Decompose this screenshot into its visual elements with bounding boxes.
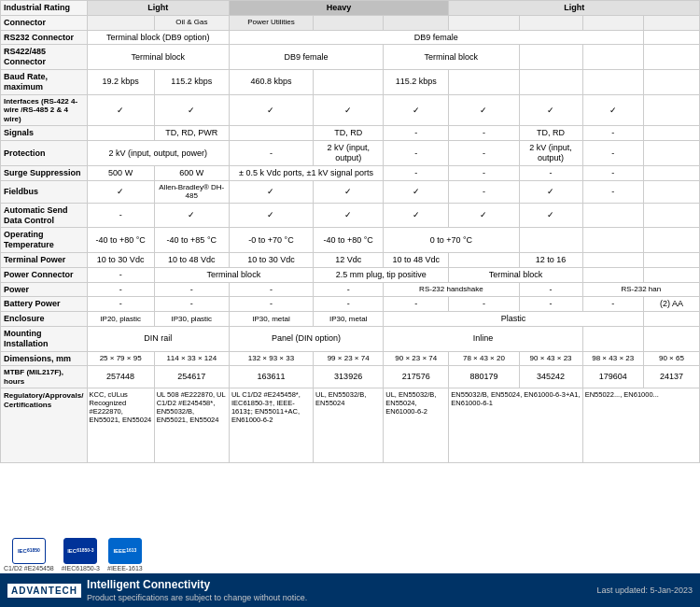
footer-left: Intelligent Connectivity Product specifi… bbox=[87, 578, 307, 602]
cell: - bbox=[87, 203, 154, 228]
cell: 12 Vdc bbox=[314, 252, 384, 267]
cell: 10 to 48 Vdc bbox=[154, 252, 229, 267]
cell: - bbox=[449, 141, 519, 166]
cell: UL, EN55032/B, EN55024 bbox=[314, 388, 384, 463]
cell bbox=[582, 228, 643, 253]
cell: - bbox=[449, 180, 519, 203]
col-standard bbox=[87, 15, 154, 30]
col-l4 bbox=[643, 15, 699, 30]
cell: 132 × 93 × 33 bbox=[229, 351, 313, 366]
cell: -40 to +80 °C bbox=[314, 228, 384, 253]
cell: -40 to +80 °C bbox=[87, 228, 154, 253]
cell: 500 W bbox=[87, 165, 154, 180]
cell: - bbox=[449, 165, 519, 180]
cell: EN55032/B, EN55024, EN61000-6-3+A1, EN61… bbox=[449, 388, 582, 463]
cell: - bbox=[519, 297, 582, 312]
cell bbox=[643, 267, 699, 282]
table-row: RS232 Connector Terminal block (DB9 opti… bbox=[1, 30, 700, 45]
cert-label-2: #IEC61850-3 bbox=[62, 565, 100, 572]
cell: 114 × 33 × 124 bbox=[154, 351, 229, 366]
row-label: MTBF (MIL217F), hours bbox=[1, 366, 88, 388]
cell: 2 kV (input, output) bbox=[314, 141, 384, 166]
table-row: Enclosure IP20, plastic IP30, plastic IP… bbox=[1, 312, 700, 327]
table-row: RS422/485 Connector Terminal block DB9 f… bbox=[1, 45, 700, 70]
cell bbox=[643, 141, 699, 166]
cell bbox=[643, 312, 699, 327]
cell: - bbox=[449, 297, 519, 312]
cell: ✓ bbox=[87, 94, 154, 126]
row-label: Operating Temperature bbox=[1, 228, 88, 253]
cell: 254617 bbox=[154, 366, 229, 388]
cell: 10 to 48 Vdc bbox=[384, 252, 449, 267]
cell bbox=[643, 30, 699, 45]
cell bbox=[229, 126, 313, 141]
table-row: Interfaces (RS-422 4-wire /RS-485 2 & 4 … bbox=[1, 94, 700, 126]
cell: RS-232 handshake bbox=[384, 282, 519, 297]
footer-tagline: Intelligent Connectivity bbox=[87, 578, 307, 591]
cell: ✓ bbox=[582, 94, 643, 126]
cell bbox=[582, 326, 643, 351]
cell: - bbox=[87, 297, 154, 312]
cell: 2 kV (input, output) bbox=[519, 141, 582, 166]
cell: 19.2 kbps bbox=[87, 69, 154, 94]
header-row-2: Connector Oil & Gas Power Utilities bbox=[1, 15, 700, 30]
table-row: Surge Suppression 500 W 600 W ± 0.5 k Vd… bbox=[1, 165, 700, 180]
cell bbox=[519, 45, 582, 70]
iec-ul-logo: IEC 61850 bbox=[12, 538, 46, 564]
row-label: RS422/485 Connector bbox=[1, 45, 88, 70]
cell bbox=[643, 203, 699, 228]
cell bbox=[582, 69, 643, 94]
light-header-1: Light bbox=[87, 1, 229, 16]
table-row: Dimensions, mm 25 × 79 × 95 114 × 33 × 1… bbox=[1, 351, 700, 366]
cell: - bbox=[582, 126, 643, 141]
table-row: Fieldbus ✓ Allen-Bradley® DH-485 ✓ ✓ ✓ -… bbox=[1, 180, 700, 203]
row-label: Surge Suppression bbox=[1, 165, 88, 180]
cell: - bbox=[229, 141, 313, 166]
table-row: Mounting Installation DIN rail Panel (DI… bbox=[1, 326, 700, 351]
cell: TD, RD bbox=[314, 126, 384, 141]
footer-disclaimer: Product specifications are subject to ch… bbox=[87, 593, 307, 602]
specs-table: Industrial Rating Light Heavy Light Conn… bbox=[0, 0, 700, 463]
cell bbox=[519, 228, 582, 253]
table-row: Protection 2 kV (input, output, power) -… bbox=[1, 141, 700, 166]
col-h2 bbox=[314, 15, 384, 30]
cell: Panel (DIN option) bbox=[229, 326, 383, 351]
row-label: Terminal Power bbox=[1, 252, 88, 267]
cell: Allen-Bradley® DH-485 bbox=[154, 180, 229, 203]
table-row: Automatic Send Data Control - ✓ ✓ ✓ ✓ ✓ … bbox=[1, 203, 700, 228]
cell: Terminal block (DB9 option) bbox=[87, 30, 229, 45]
cell: 24137 bbox=[643, 366, 699, 388]
cert-item-iec: IEC 61850-3 #IEC61850-3 bbox=[62, 538, 100, 572]
row-label: RS232 Connector bbox=[1, 30, 88, 45]
cell: RS-232 han bbox=[582, 282, 699, 297]
cell bbox=[314, 69, 384, 94]
cell bbox=[449, 252, 519, 267]
row-label: Baud Rate, maximum bbox=[1, 69, 88, 94]
cell: - bbox=[582, 141, 643, 166]
col-power: Power Utilities bbox=[229, 15, 313, 30]
cell: Inline bbox=[384, 326, 582, 351]
cell: ✓ bbox=[229, 203, 313, 228]
cert-label-1: C1/D2 #E245458 bbox=[4, 565, 54, 572]
cell: ✓ bbox=[154, 203, 229, 228]
heavy-header: Heavy bbox=[229, 1, 448, 16]
row-label: Battery Power bbox=[1, 297, 88, 312]
cell: 99 × 23 × 74 bbox=[314, 351, 384, 366]
cell: 880179 bbox=[449, 366, 519, 388]
cell bbox=[643, 69, 699, 94]
cell: 179604 bbox=[582, 366, 643, 388]
cell: Terminal block bbox=[384, 45, 519, 70]
cell: - bbox=[87, 282, 154, 297]
cell bbox=[582, 267, 643, 282]
cell: ✓ bbox=[154, 94, 229, 126]
cell: - bbox=[314, 282, 384, 297]
cell bbox=[643, 252, 699, 267]
cell: - bbox=[582, 297, 643, 312]
cell bbox=[449, 69, 519, 94]
cell: 98 × 43 × 23 bbox=[582, 351, 643, 366]
cell: - bbox=[384, 126, 449, 141]
iec-logo: IEC 61850-3 bbox=[63, 538, 97, 564]
cell: - bbox=[87, 267, 154, 282]
cell: - bbox=[384, 165, 449, 180]
cell: - bbox=[582, 180, 643, 203]
